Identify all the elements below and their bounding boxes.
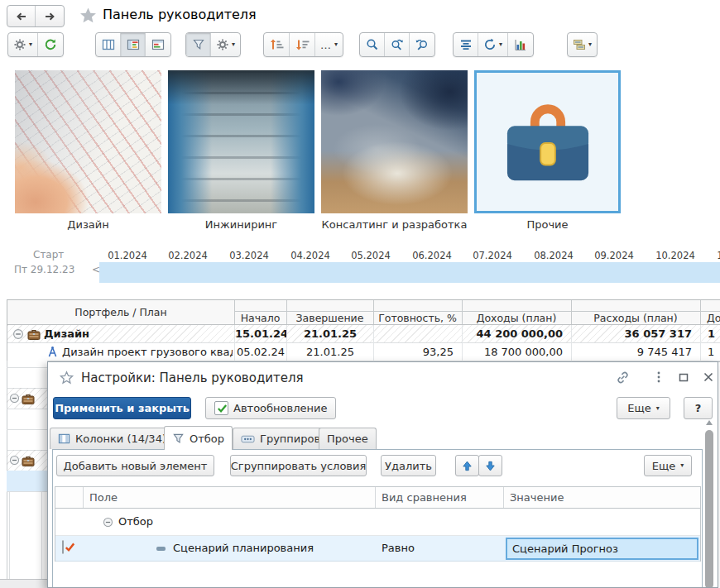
grouping-icon xyxy=(241,434,255,444)
apply-close-button[interactable]: Применить и закрыть xyxy=(53,397,191,419)
col-header-name[interactable]: Портфель / План xyxy=(7,306,234,318)
collapse-icon[interactable] xyxy=(9,455,20,466)
filter-settings-button[interactable]: ▾ xyxy=(211,33,240,56)
chevron-down-icon: ▾ xyxy=(334,41,338,48)
col-header-income-next[interactable]: Доходы xyxy=(707,312,720,324)
filter-group-label: Отбор xyxy=(118,515,153,528)
sort-more-button[interactable]: …▾ xyxy=(315,33,343,56)
close-icon[interactable] xyxy=(702,370,715,384)
view-gantt-button[interactable] xyxy=(121,33,146,56)
collapse-icon[interactable] xyxy=(12,328,24,340)
gantt-month: 07.2024 xyxy=(462,250,523,261)
menu-dots-icon[interactable] xyxy=(652,370,665,384)
tab-other[interactable]: Прочее xyxy=(319,428,377,449)
table-row-group-collapsed[interactable] xyxy=(7,450,47,471)
gantt-month: 10.2024 xyxy=(645,250,706,261)
tab-filter[interactable]: Отбор xyxy=(164,426,233,450)
structure-button[interactable]: ▾ xyxy=(568,33,597,56)
chevron-down-icon: ▾ xyxy=(656,405,660,412)
add-element-button[interactable]: Добавить новый элемент xyxy=(56,455,214,476)
check-icon xyxy=(64,541,76,553)
col-header-field[interactable]: Поле xyxy=(89,491,118,504)
bar-chart-button[interactable] xyxy=(508,33,533,56)
tile-engineering[interactable] xyxy=(168,70,314,213)
align-center-button[interactable] xyxy=(454,33,478,56)
forward-button[interactable] xyxy=(36,6,64,26)
arrow-down-icon xyxy=(484,460,497,472)
tile-other-selected[interactable] xyxy=(474,70,621,213)
gantt-timeline-band[interactable] xyxy=(99,262,720,283)
dialog-scrollbar-thumb[interactable] xyxy=(705,430,713,588)
col-header-finish[interactable]: Завершение xyxy=(286,312,373,324)
autoupdate-toggle-button[interactable]: Автообновление xyxy=(205,397,336,419)
scrollbar-up-icon[interactable] xyxy=(705,418,713,427)
period-button[interactable]: ▾ xyxy=(478,33,508,56)
col-header-expense-plan[interactable]: Расходы (план) xyxy=(571,312,700,324)
back-button[interactable] xyxy=(7,6,36,26)
autoupdate-label: Автообновление xyxy=(233,402,327,414)
table-row-group-collapsed[interactable] xyxy=(7,388,47,409)
table-row-project[interactable]: Дизайн проект грузового квадроцикл 05.02… xyxy=(7,343,720,361)
settings-gear-button[interactable]: ▾ xyxy=(8,33,38,56)
app-window: { "app": { "title": "Панель руководителя… xyxy=(0,0,720,588)
cell-income-next: 1 xyxy=(700,325,720,343)
condition-comparison[interactable]: Равно xyxy=(382,542,415,554)
search-button[interactable] xyxy=(360,33,385,56)
col-header-income-plan[interactable]: Доходы (план) xyxy=(462,312,571,324)
more-label: Еще xyxy=(627,402,650,414)
sort-ascending-button[interactable] xyxy=(264,33,290,56)
zoom-in-button[interactable] xyxy=(385,33,410,56)
cell-expense-plan: 36 057 317 xyxy=(571,325,700,343)
content-more-button[interactable]: Еще▾ xyxy=(644,455,692,476)
gantt-month: 03.2024 xyxy=(218,250,280,261)
condition-checkbox[interactable] xyxy=(62,540,64,554)
condition-field: Сценарий планирования xyxy=(173,542,314,554)
dialog-favorite-star-icon[interactable] xyxy=(59,370,74,385)
table-rows-behind-dialog xyxy=(0,361,47,588)
col-header-value[interactable]: Значение xyxy=(510,491,564,504)
toolbar-group-scale: ▾ xyxy=(453,32,534,57)
collapse-icon[interactable] xyxy=(103,517,113,528)
delete-button[interactable]: Удалить xyxy=(381,455,436,476)
cell-finish: 21.01.25 xyxy=(286,325,373,343)
arrow-up-icon xyxy=(461,460,473,472)
filter-condition-row[interactable]: Сценарий планирования Равно Сценарий Про… xyxy=(55,536,700,562)
condition-item-icon xyxy=(156,547,166,551)
gantt-month: 09.2024 xyxy=(583,250,645,261)
chevron-down-icon: ▾ xyxy=(29,41,32,48)
toolbar-group-filter: ▾ xyxy=(185,32,241,57)
col-header-readiness[interactable]: Готовность, % xyxy=(373,312,462,324)
help-button[interactable]: ? xyxy=(684,397,713,419)
view-columns-button[interactable] xyxy=(96,33,121,56)
view-chart-button[interactable] xyxy=(146,33,170,56)
filter-tab-content: Добавить новый элемент Сгруппировать усл… xyxy=(52,449,703,588)
refresh-button[interactable] xyxy=(38,33,63,56)
col-header-start[interactable]: Начало xyxy=(234,312,286,324)
group-conditions-button[interactable]: Сгруппировать условия xyxy=(230,455,367,476)
dialog-more-button[interactable]: Еще▾ xyxy=(617,397,670,419)
table-row-group-design[interactable]: Дизайн 15.01.24 21.01.25 44 200 000,00 3… xyxy=(7,325,720,343)
more-ellipsis-icon: … xyxy=(320,39,332,51)
collapse-icon[interactable] xyxy=(9,393,20,404)
zoom-out-button[interactable] xyxy=(410,33,434,56)
col-header-comparison[interactable]: Вид сравнения xyxy=(382,491,467,504)
autoupdate-checkbox[interactable] xyxy=(214,401,228,415)
link-icon[interactable] xyxy=(616,370,630,385)
tile-consulting[interactable] xyxy=(321,70,468,213)
condition-value-input[interactable]: Сценарий Прогноз xyxy=(506,538,698,560)
tile-design[interactable] xyxy=(15,70,161,213)
briefcase-icon xyxy=(22,454,35,467)
chevron-down-icon: ▾ xyxy=(499,41,502,48)
filter-group-row[interactable]: Отбор xyxy=(55,509,700,536)
move-down-button[interactable] xyxy=(478,455,502,476)
sort-descending-button[interactable] xyxy=(290,33,315,56)
restore-window-icon[interactable] xyxy=(677,370,690,384)
filter-button[interactable] xyxy=(186,33,211,56)
gantt-month: 11.2024 xyxy=(706,250,720,261)
table-row-selected[interactable] xyxy=(7,471,47,491)
briefcase-icon xyxy=(27,327,41,341)
tab-columns[interactable]: Колонки (14/34) xyxy=(50,428,175,449)
cell-readiness: 93,25 xyxy=(373,343,462,361)
favorite-star-icon[interactable] xyxy=(79,6,98,25)
move-up-button[interactable] xyxy=(455,455,479,476)
